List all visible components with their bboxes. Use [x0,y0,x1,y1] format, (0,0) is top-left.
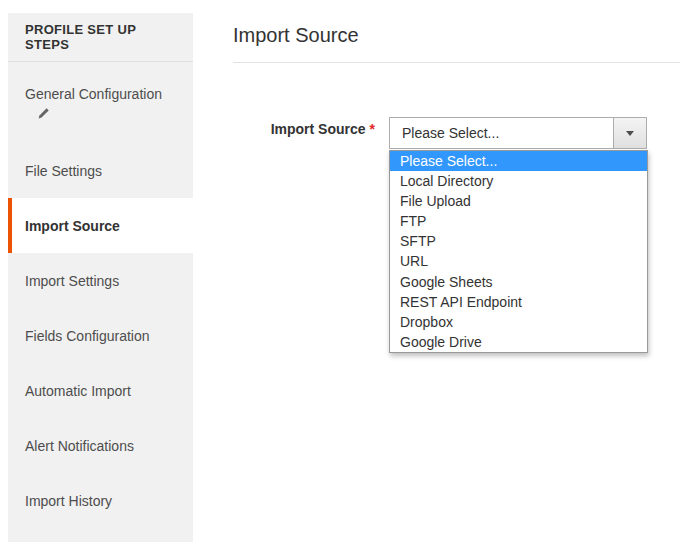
select-current-value: Please Select... [390,118,646,148]
dropdown-option[interactable]: FTP [390,211,647,231]
caret-down-icon [626,131,634,136]
sidebar-item-label: Automatic Import [25,383,131,399]
title-divider [233,62,680,63]
select-arrow-button[interactable] [613,118,646,148]
sidebar-item-automatic-import[interactable]: Automatic Import [8,363,193,418]
sidebar-item-label: General Configuration [25,86,162,102]
dropdown-option[interactable]: SFTP [390,231,647,251]
dropdown-option[interactable]: Local Directory [390,171,647,191]
sidebar-item-import-settings[interactable]: Import Settings [8,253,193,308]
sidebar-item-fields-configuration[interactable]: Fields Configuration [8,308,193,363]
profile-steps-sidebar: PROFILE SET UP STEPS General Configurati… [8,13,193,542]
sidebar-title: PROFILE SET UP STEPS [8,13,193,62]
sidebar-item-import-source[interactable]: Import Source [8,198,193,253]
sidebar-item-label: Fields Configuration [25,328,150,344]
sidebar-item-label: Alert Notifications [25,438,134,454]
import-source-dropdown: Please Select... Local Directory File Up… [389,150,648,353]
sidebar-item-general-configuration[interactable]: General Configuration [8,62,193,143]
sidebar-item-label: Import Source [25,218,120,234]
sidebar-item-file-settings[interactable]: File Settings [8,143,193,198]
import-source-label: Import Source* [233,121,375,137]
sidebar-item-alert-notifications[interactable]: Alert Notifications [8,418,193,473]
dropdown-option[interactable]: Google Sheets [390,272,647,292]
dropdown-option[interactable]: Please Select... [390,151,647,171]
dropdown-option[interactable]: File Upload [390,191,647,211]
dropdown-option[interactable]: Dropbox [390,312,647,332]
sidebar-item-import-history[interactable]: Import History [8,473,193,528]
required-asterisk: * [370,121,375,137]
dropdown-option[interactable]: REST API Endpoint [390,292,647,312]
page-title: Import Source [233,24,359,47]
import-source-select[interactable]: Please Select... [389,117,647,149]
sidebar-item-label: File Settings [25,163,102,179]
sidebar-item-label: Import History [25,493,112,509]
dropdown-option[interactable]: Google Drive [390,332,647,352]
page: PROFILE SET UP STEPS General Configurati… [0,0,680,548]
sidebar-item-label: Import Settings [25,273,119,289]
edit-icon[interactable] [37,107,50,120]
dropdown-option[interactable]: URL [390,251,647,271]
